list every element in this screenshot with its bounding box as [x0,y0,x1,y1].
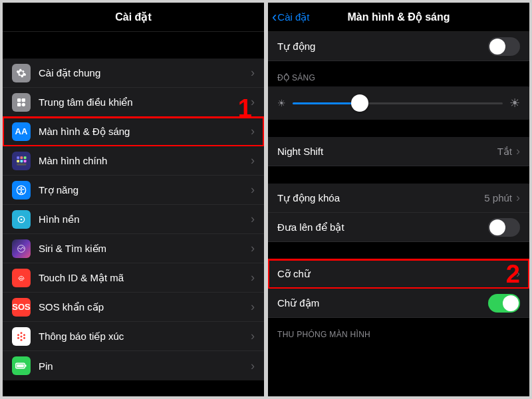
row-autolock[interactable]: Tự động khóa 5 phút › [268,184,529,213]
row-bold-text[interactable]: Chữ đậm [268,289,529,318]
row-label: Touch ID & Mật mã [39,272,251,284]
brightness-slider[interactable] [293,102,503,104]
row-exposure[interactable]: Thông báo tiếp xúc › [3,322,264,351]
svg-rect-3 [22,102,25,106]
page-title: Cài đặt [115,11,151,23]
row-night-shift[interactable]: Night Shift Tắt › [268,137,529,166]
svg-point-12 [21,187,23,189]
spacer [268,242,529,259]
svg-point-17 [17,334,19,336]
chevron-right-icon: › [251,124,255,138]
chevron-right-icon: › [516,191,520,205]
row-label: SOS khẩn cấp [39,301,251,313]
toggle-bold[interactable] [488,294,520,313]
row-label: Siri & Tìm kiếm [39,243,251,255]
toggle-auto[interactable] [488,37,520,56]
row-wallpaper[interactable]: Hình nền › [3,205,264,234]
row-label: Night Shift [277,146,497,157]
svg-rect-10 [17,163,26,165]
svg-rect-2 [17,102,21,106]
svg-rect-5 [21,156,23,159]
chevron-right-icon: › [251,212,255,226]
row-label: Màn hình chính [39,155,251,166]
row-label: Pin [39,360,251,372]
svg-rect-6 [24,156,27,159]
row-display-brightness[interactable]: AA Màn hình & Độ sáng › [3,117,264,146]
sun-large-icon: ☀︎ [509,96,520,110]
control-center-icon [12,93,31,112]
svg-point-20 [23,336,25,338]
exposure-icon [12,327,31,346]
page-title: Màn hình & Độ sáng [348,11,450,23]
home-screen-icon [12,152,31,170]
back-button[interactable]: ‹ Cài đặt [272,10,310,25]
navbar: Cài đặt [3,3,264,32]
chevron-right-icon: › [516,267,520,281]
row-label: Màn hình & Độ sáng [39,126,251,138]
spacer [268,166,529,184]
sos-icon: SOS [12,298,31,317]
touchid-icon [12,269,31,287]
svg-point-22 [21,335,23,337]
row-battery[interactable]: Pin › [3,351,264,380]
chevron-right-icon: › [251,300,255,314]
row-general[interactable]: Cài đặt chung › [3,59,264,88]
chevron-right-icon: › [251,95,255,109]
chevron-right-icon: › [251,66,255,80]
sun-small-icon: ☀︎ [277,98,286,108]
row-accessibility[interactable]: Trợ năng › [3,176,264,205]
row-auto[interactable]: Tự động [268,32,529,61]
chevron-right-icon: › [251,241,255,255]
row-touchid[interactable]: Touch ID & Mật mã › [3,263,264,293]
row-text-size[interactable]: Cỡ chữ › [268,259,529,289]
gear-icon [12,64,31,82]
settings-root-pane: Cài đặt Cài đặt chung › Trung tâm điều k… [3,3,264,396]
chevron-right-icon: › [251,154,255,168]
row-value: Tắt [497,146,512,158]
svg-point-21 [21,338,23,340]
row-label: Thông báo tiếp xúc [39,331,251,342]
row-label: Cỡ chữ [277,268,516,280]
svg-rect-4 [17,156,19,159]
wallpaper-icon [12,210,31,229]
row-label: Tự động [277,41,488,53]
row-label: Hình nền [39,213,251,225]
chevron-right-icon: › [251,183,255,197]
battery-icon [12,356,31,375]
chevron-right-icon: › [251,271,255,285]
svg-rect-25 [17,364,24,368]
accessibility-icon [12,181,31,200]
row-label: Chữ đậm [277,297,488,309]
navbar: ‹ Cài đặt Màn hình & Độ sáng [268,3,529,32]
row-siri[interactable]: Siri & Tìm kiếm › [3,234,264,263]
siri-icon [12,239,31,258]
row-value: 5 phút [484,192,512,203]
settings-list: Cài đặt chung › Trung tâm điều khiển › A… [3,32,264,396]
display-icon: AA [12,122,31,141]
row-sos[interactable]: SOS SOS khẩn cấp › [3,293,264,322]
svg-rect-8 [21,160,23,162]
row-label: Đưa lên để bật [277,221,488,233]
row-label: Trợ năng [39,184,251,196]
spacer [268,120,529,137]
svg-rect-7 [17,160,19,162]
row-control-center[interactable]: Trung tâm điều khiển › [3,88,264,117]
chevron-right-icon: › [251,329,255,343]
svg-rect-24 [25,365,27,367]
row-home-screen[interactable]: Màn hình chính › [3,146,264,176]
row-label: Cài đặt chung [39,67,251,79]
chevron-left-icon: ‹ [272,10,277,25]
svg-point-14 [21,218,23,220]
svg-rect-1 [22,98,25,102]
chevron-right-icon: › [251,359,255,373]
svg-point-18 [23,334,25,336]
slider-thumb[interactable] [351,94,368,112]
svg-rect-9 [24,160,27,162]
chevron-right-icon: › [516,144,520,158]
section-zoom: THU PHÓNG MÀN HÌNH [268,318,529,343]
toggle-raise[interactable] [488,218,520,237]
svg-point-19 [17,336,19,338]
display-brightness-pane: ‹ Cài đặt Màn hình & Độ sáng Tự động ĐỘ … [268,3,529,396]
row-raise-to-wake[interactable]: Đưa lên để bật [268,213,529,242]
row-label: Tự động khóa [277,192,484,204]
